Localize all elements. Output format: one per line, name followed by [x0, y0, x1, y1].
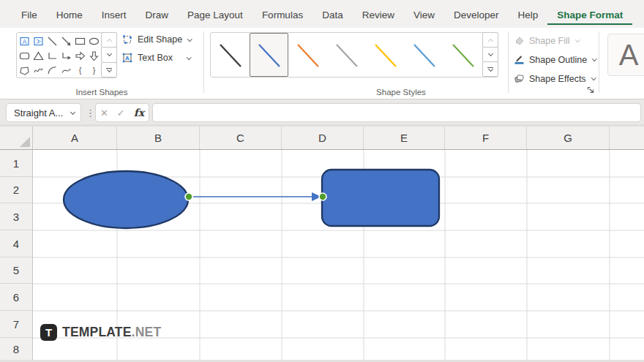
row-header-3[interactable]: 3 — [0, 203, 32, 230]
wordart-style-preview[interactable]: A — [607, 34, 644, 76]
oval-icon[interactable] — [87, 34, 101, 48]
paint-bucket-icon — [514, 35, 525, 46]
edit-shape-button[interactable]: Edit Shape — [121, 34, 192, 45]
worksheet[interactable]: 1 2 3 4 5 6 7 8 T TEMPLATE .NET — [0, 150, 644, 360]
cancel-icon[interactable]: ✕ — [100, 108, 108, 118]
shape-style-orange[interactable] — [288, 33, 327, 77]
select-all-button[interactable] — [0, 127, 33, 149]
tab-file[interactable]: File — [12, 3, 47, 26]
column-header-e[interactable]: E — [364, 127, 445, 149]
elbow-arrow-connector-icon[interactable] — [59, 48, 73, 63]
rounded-rectangle-icon[interactable] — [18, 48, 31, 63]
text-box-icon[interactable]: A — [18, 34, 31, 48]
row-header-7[interactable]: 7 — [0, 311, 32, 338]
shape-styles-dialog-launcher-icon[interactable] — [585, 85, 596, 95]
elbow-connector-icon[interactable] — [45, 48, 59, 63]
tab-draw[interactable]: Draw — [136, 3, 179, 26]
column-header-f[interactable]: F — [445, 127, 527, 149]
shape-style-green[interactable] — [443, 33, 482, 77]
connector-start-endpoint[interactable] — [185, 193, 192, 200]
block-arrow-right-icon[interactable] — [73, 48, 87, 63]
oval-shape[interactable] — [64, 171, 188, 228]
shape-fill-label: Shape Fill — [529, 36, 570, 46]
template-net-watermark: T TEMPLATE .NET — [40, 324, 161, 341]
svg-text:A: A — [35, 39, 42, 43]
column-header-g[interactable]: G — [527, 127, 610, 149]
tab-review[interactable]: Review — [353, 3, 404, 26]
chevron-down-icon — [187, 37, 192, 41]
column-header-a[interactable]: A — [33, 127, 117, 149]
chevron-down-icon — [70, 109, 75, 114]
shape-style-blue-selected[interactable] — [250, 33, 288, 77]
shape-styles-scroll — [482, 33, 498, 77]
shape-styles-group-label: Shape Styles — [203, 88, 599, 97]
watermark-tld: .NET — [132, 325, 162, 340]
insert-shapes-grid: A A { } — [17, 33, 101, 78]
tab-formulas[interactable]: Formulas — [252, 3, 312, 26]
styles-scroll-down-button[interactable] — [482, 47, 498, 62]
shape-style-gray[interactable] — [327, 33, 366, 77]
tab-shape-format[interactable]: Shape Format — [547, 3, 632, 26]
left-brace-icon[interactable]: { — [73, 63, 87, 78]
tab-data[interactable]: Data — [312, 3, 353, 26]
shape-style-tiles — [211, 33, 482, 77]
curve-icon[interactable] — [59, 63, 73, 78]
gallery-more-button[interactable] — [101, 62, 117, 78]
row-header-2[interactable]: 2 — [0, 177, 32, 203]
column-header-d[interactable]: D — [282, 127, 364, 149]
insert-shapes-gallery: A A { } — [16, 32, 117, 78]
block-arrow-down-icon[interactable] — [87, 48, 101, 63]
chevron-down-icon — [575, 37, 580, 42]
text-box-label: Text Box — [138, 53, 173, 63]
group-divider — [599, 31, 599, 93]
styles-more-button[interactable] — [482, 61, 498, 77]
svg-text:A: A — [125, 55, 130, 61]
styles-scroll-up-button[interactable] — [482, 32, 498, 48]
tab-help[interactable]: Help — [509, 3, 548, 26]
column-header-c[interactable]: C — [200, 127, 282, 149]
line-arrow-icon[interactable] — [59, 34, 73, 48]
rectangle-icon[interactable] — [73, 34, 87, 48]
name-box[interactable]: Straight A... — [6, 103, 81, 122]
arc-icon[interactable] — [45, 63, 59, 78]
freeform-icon[interactable] — [18, 63, 31, 78]
tab-home[interactable]: Home — [47, 3, 92, 26]
row-header-4[interactable]: 4 — [0, 230, 32, 257]
shape-outline-button[interactable]: Shape Outline — [514, 54, 596, 65]
group-divider — [508, 31, 509, 93]
column-header-h-partial[interactable] — [610, 127, 644, 149]
text-box-button[interactable]: A Text Box — [121, 52, 190, 64]
chevron-down-icon — [592, 56, 596, 61]
tab-page-layout[interactable]: Page Layout — [178, 3, 252, 26]
tab-view[interactable]: View — [404, 3, 444, 26]
rounded-rectangle-shape[interactable] — [322, 170, 439, 226]
right-brace-icon[interactable]: } — [87, 63, 101, 78]
connector-end-endpoint[interactable] — [319, 193, 326, 200]
vertical-text-box-icon[interactable]: A — [31, 34, 45, 48]
shape-style-black[interactable] — [211, 33, 250, 77]
formula-bar-divider-dots: ⋮ — [86, 103, 95, 122]
tab-insert[interactable]: Insert — [92, 3, 136, 26]
select-all-triangle-icon — [20, 137, 30, 147]
edit-shape-label: Edit Shape — [138, 34, 182, 45]
row-header-1[interactable]: 1 — [0, 150, 32, 177]
row-header-5[interactable]: 5 — [0, 257, 32, 284]
gallery-scroll-down-button[interactable] — [101, 47, 117, 62]
chevron-down-icon — [591, 75, 596, 80]
column-header-b[interactable]: B — [117, 127, 200, 149]
gallery-scroll-up-button[interactable] — [101, 32, 117, 48]
tab-developer[interactable]: Developer — [444, 3, 509, 26]
row-header-6[interactable]: 6 — [0, 284, 32, 311]
enter-icon[interactable]: ✓ — [117, 108, 125, 118]
formula-input[interactable] — [152, 103, 641, 122]
row-header-8[interactable]: 8 — [0, 338, 32, 360]
scribble-icon[interactable] — [31, 63, 45, 78]
shape-style-gold[interactable] — [366, 33, 405, 77]
shape-effects-icon — [514, 73, 525, 84]
line-icon[interactable] — [45, 34, 59, 48]
group-divider — [203, 31, 204, 93]
shape-effects-button[interactable]: Shape Effects — [514, 73, 595, 84]
shape-style-light-blue[interactable] — [405, 33, 443, 77]
insert-function-icon[interactable]: fx — [134, 107, 144, 118]
triangle-icon[interactable] — [31, 48, 45, 63]
